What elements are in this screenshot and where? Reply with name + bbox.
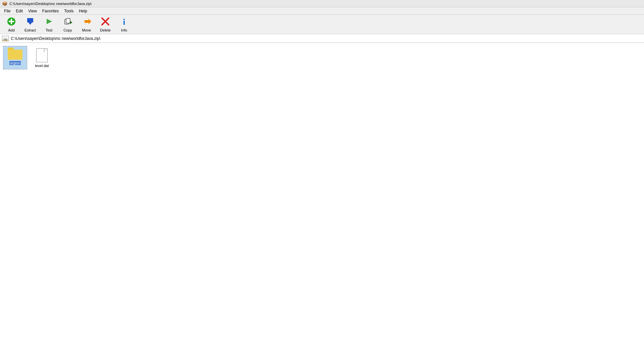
svg-marker-4 xyxy=(28,22,33,25)
toolbar: AddExtractTestCopyMoveDeleteInfo xyxy=(0,15,644,34)
menu-item-help[interactable]: Help xyxy=(76,8,90,14)
svg-rect-12 xyxy=(123,19,125,20)
test-button[interactable]: Test xyxy=(40,16,58,33)
move-icon xyxy=(82,17,91,27)
svg-rect-2 xyxy=(9,21,14,22)
add-label: Add xyxy=(8,28,15,32)
app-icon: 📦 xyxy=(2,1,7,6)
file-view: region level.dat xyxy=(0,43,644,362)
menu-item-favorites[interactable]: Favorites xyxy=(40,8,61,14)
menu-item-tools[interactable]: Tools xyxy=(61,8,76,14)
info-label: Info xyxy=(121,28,127,32)
copy-label: Copy xyxy=(63,28,72,32)
delete-button[interactable]: Delete xyxy=(97,16,114,33)
title-bar: 📦 C:\Users\sayen\Desktop\mc new\worldfor… xyxy=(0,0,644,7)
move-label: Move xyxy=(82,28,91,32)
test-label: Test xyxy=(46,28,52,32)
info-icon xyxy=(119,17,129,27)
address-text: C:\Users\sayen\Desktop\mc new\worldforJa… xyxy=(11,36,100,41)
menu-item-file[interactable]: File xyxy=(1,8,13,14)
svg-rect-7 xyxy=(66,18,70,23)
menu-item-view[interactable]: View xyxy=(25,8,40,14)
file-label: region xyxy=(9,61,21,65)
extract-button[interactable]: Extract xyxy=(21,16,39,33)
copy-button[interactable]: Copy xyxy=(59,16,76,33)
file-icon xyxy=(36,48,48,62)
move-button[interactable]: Move xyxy=(78,16,95,33)
svg-marker-5 xyxy=(47,19,52,24)
title-text: C:\Users\sayen\Desktop\mc new\worldforJa… xyxy=(9,2,92,6)
delete-label: Delete xyxy=(100,28,111,32)
svg-rect-13 xyxy=(123,21,125,25)
file-item-level-dat[interactable]: level.dat xyxy=(30,46,54,69)
menu-bar: FileEditViewFavoritesToolsHelp xyxy=(0,7,644,15)
svg-marker-8 xyxy=(70,21,72,24)
extract-icon xyxy=(25,17,35,27)
add-icon xyxy=(7,17,16,27)
info-button[interactable]: Info xyxy=(115,16,133,33)
file-label: level.dat xyxy=(35,64,49,68)
folder-icon xyxy=(8,48,22,60)
svg-marker-9 xyxy=(85,19,91,24)
menu-item-edit[interactable]: Edit xyxy=(13,8,25,14)
file-item-region[interactable]: region xyxy=(3,46,27,69)
address-bar: zip C:\Users\sayen\Desktop\mc new\worldf… xyxy=(0,34,644,43)
zip-icon: zip xyxy=(2,36,9,41)
copy-icon xyxy=(63,17,72,27)
extract-label: Extract xyxy=(24,28,36,32)
add-button[interactable]: Add xyxy=(3,16,20,33)
delete-icon xyxy=(101,17,110,27)
test-icon xyxy=(44,17,54,27)
